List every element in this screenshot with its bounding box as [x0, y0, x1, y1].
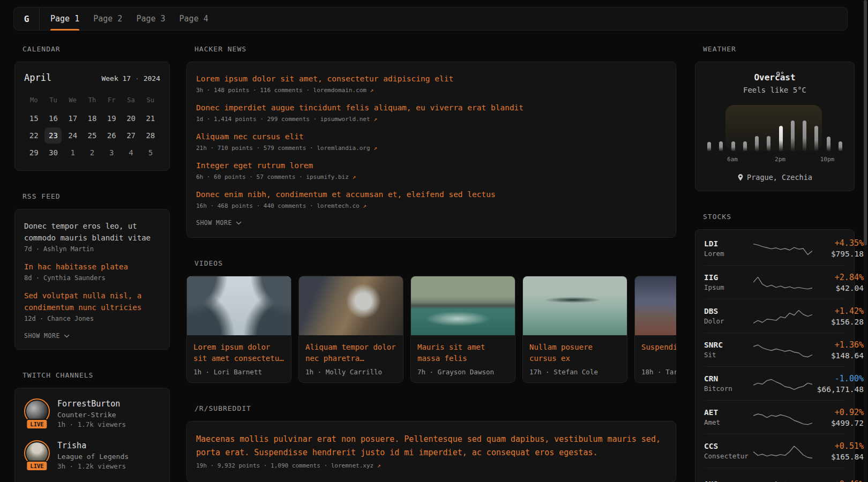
weekday-label: Su [141, 94, 160, 107]
stock-row[interactable]: LDI Lorem +4.35% $795.18 [704, 231, 845, 265]
app-logo[interactable]: G [14, 7, 40, 30]
tab-label: Page 1 [50, 14, 79, 24]
video-thumbnail [411, 276, 515, 335]
hn-domain-link[interactable]: loremdomain.com [313, 87, 366, 94]
hn-domain-link[interactable]: ipsumworld.net [320, 116, 370, 123]
page-tabs: Page 1 Page 2 Page 3 Page 4 [43, 7, 215, 30]
video-title-link[interactable]: Nullam posuere cursus ex [529, 342, 620, 364]
section-title-calendar: CALENDAR [14, 45, 170, 53]
weather-bar [814, 126, 818, 152]
stock-row[interactable]: AET Amet +0.92% $499.72 [704, 400, 845, 434]
hn-item: Aliquam nec cursus elit 21h · 710 points… [196, 131, 667, 152]
post-domain-link[interactable]: loremnet.xyz [331, 462, 373, 469]
location-pin-icon [737, 174, 744, 182]
calendar-month: April [24, 72, 51, 83]
tab-page-2[interactable]: Page 2 [86, 7, 129, 30]
stock-change: +0.51% [812, 441, 864, 451]
scrollbar-thumb[interactable] [864, 0, 867, 245]
stock-name: Dolor [704, 317, 753, 325]
hn-item-link[interactable]: Donec imperdiet augue tincidunt felis al… [196, 102, 667, 114]
stock-symbol: DBS [704, 307, 753, 315]
weather-bar [803, 120, 806, 152]
rss-item-link[interactable]: Sed volutpat nulla nisl, a condimentum n… [24, 291, 141, 312]
hn-item: Integer eget rutrum lorem 6h · 60 points… [196, 160, 667, 180]
stock-row[interactable]: CCS Consectetur +0.51% $165.84 [704, 434, 845, 468]
video-thumbnail [635, 276, 676, 335]
twitch-channel-row[interactable]: LIVE Trisha League of Legends 3h · 1.2k … [24, 440, 160, 470]
video-card[interactable]: Nullam posuere cursus ex 17h · Stefan Co… [522, 276, 627, 383]
post-title-link[interactable]: Maecenas mollis pulvinar erat non posuer… [196, 434, 661, 457]
calendar-day-selected: 23 [43, 127, 63, 144]
chevron-down-icon [236, 221, 242, 225]
stock-name: Bitcorn [704, 385, 753, 393]
video-title-link[interactable]: Mauris sit amet massa felis [417, 342, 508, 364]
rss-item-meta: 12d · Chance Jones [24, 315, 160, 322]
stock-identity: AET Amet [704, 408, 753, 426]
video-title-link[interactable]: Aliquam tempor dolor nec pharetra… [305, 342, 396, 364]
section-title-hackernews: HACKER NEWS [186, 45, 676, 53]
tab-page-4[interactable]: Page 4 [173, 7, 215, 30]
stock-row[interactable]: DBS Dolor +1.42% $156.28 [704, 299, 845, 333]
video-info: Mauris sit amet massa felis 7h · Grayson… [411, 335, 515, 382]
video-card[interactable]: Suspendisse diam 18h · Tara [634, 276, 676, 383]
tab-page-3[interactable]: Page 3 [129, 7, 172, 30]
stock-row[interactable]: CRN Bitcorn -1.00% $66,171.48 [704, 366, 845, 400]
stock-change: +1.42% [812, 306, 864, 316]
video-title-link[interactable]: Lorem ipsum dolor sit amet consectetu… [193, 342, 285, 364]
channel-viewers: 3h · 1.2k viewers [57, 462, 129, 470]
stock-sparkline [753, 475, 812, 482]
video-card[interactable]: Mauris sit amet massa felis 7h · Grayson… [410, 276, 515, 383]
stock-identity: SNRC Sit [704, 341, 753, 359]
section-title-subreddit: /R/SUBREDDIT [186, 404, 676, 412]
video-info: Suspendisse diam 18h · Tara [635, 335, 676, 382]
stock-price: $165.84 [812, 453, 864, 461]
section-title-rss: RSS FEED [14, 192, 170, 200]
stock-identity: CCS Consectetur [704, 442, 753, 460]
stock-row[interactable]: AHS +0.46% [704, 468, 845, 482]
weather-bar [791, 120, 795, 152]
hn-item-link[interactable]: Donec enim nibh, condimentum et accumsan… [196, 189, 667, 200]
stock-identity: LDI Lorem [704, 239, 753, 258]
video-card[interactable]: Aliquam tempor dolor nec pharetra… 1h · … [298, 276, 403, 383]
post-meta-text: 19h · 9,932 points · 1,090 comments · [196, 462, 331, 469]
stock-price: $795.18 [812, 250, 864, 258]
hn-show-more-button[interactable]: SHOW MORE [196, 219, 667, 227]
rss-item-link[interactable]: In hac habitasse platea [24, 262, 128, 271]
hn-item-link[interactable]: Lorem ipsum dolor sit amet, consectetur … [196, 73, 667, 85]
twitch-channel-row[interactable]: LIVE ForrestBurton Counter-Strike 1h · 1… [24, 398, 160, 428]
hn-domain-link[interactable]: ipsumify.biz [306, 174, 348, 180]
stocks-section: STOCKS LDI Lorem +4.35% $795.18 IIG [695, 213, 855, 482]
video-meta: 1h · Molly Carrillo [305, 368, 396, 376]
tab-label: Page 2 [93, 14, 122, 24]
tab-page-1[interactable]: Page 1 [43, 7, 86, 30]
stock-values: -1.00% $66,171.48 [812, 374, 864, 394]
subreddit-section: /R/SUBREDDIT Maecenas mollis pulvinar er… [186, 404, 676, 482]
calendar-day: 25 [83, 127, 102, 144]
separator-dot: · [135, 74, 139, 82]
video-card[interactable]: Lorem ipsum dolor sit amet consectetu… 1… [186, 276, 291, 383]
hn-domain-link[interactable]: loremtech.co [317, 202, 359, 209]
stock-row[interactable]: SNRC Sit +1.36% $148.64 [704, 333, 845, 366]
stock-values: +2.84% $42.04 [812, 273, 864, 292]
calendar-day-next-month: 4 [121, 144, 140, 161]
stock-row[interactable]: IIG Ipsum +2.84% $42.04 [704, 265, 845, 299]
rss-show-more-button[interactable]: SHOW MORE [24, 332, 160, 340]
calendar-day-next-month: 3 [102, 144, 121, 161]
hn-domain-link[interactable]: loremlandia.org [317, 145, 370, 152]
hackernews-widget: Lorem ipsum dolor sit amet, consectetur … [186, 62, 676, 238]
weekday-label: Fr [102, 94, 121, 107]
rss-item-link[interactable]: Donec tempor eros leo, ut commodo mauris… [24, 222, 151, 242]
chevron-down-icon [64, 334, 70, 338]
hn-item-link[interactable]: Aliquam nec cursus elit [196, 131, 667, 142]
hn-item-link[interactable]: Integer eget rutrum lorem [196, 160, 667, 171]
hn-item: Donec enim nibh, condimentum et accumsan… [196, 189, 667, 209]
stock-price: $42.04 [812, 284, 864, 292]
weather-bars [707, 105, 842, 152]
hn-meta-text: 16h · 468 points · 440 comments · [196, 202, 317, 209]
show-more-label: SHOW MORE [24, 332, 60, 340]
stock-price: $148.64 [812, 351, 864, 360]
rss-item-meta: 7d · Ashlyn Martin [24, 245, 160, 253]
stock-price: $156.28 [812, 318, 864, 326]
calendar-day: 17 [63, 110, 83, 127]
video-title-link[interactable]: Suspendisse diam [641, 342, 676, 364]
